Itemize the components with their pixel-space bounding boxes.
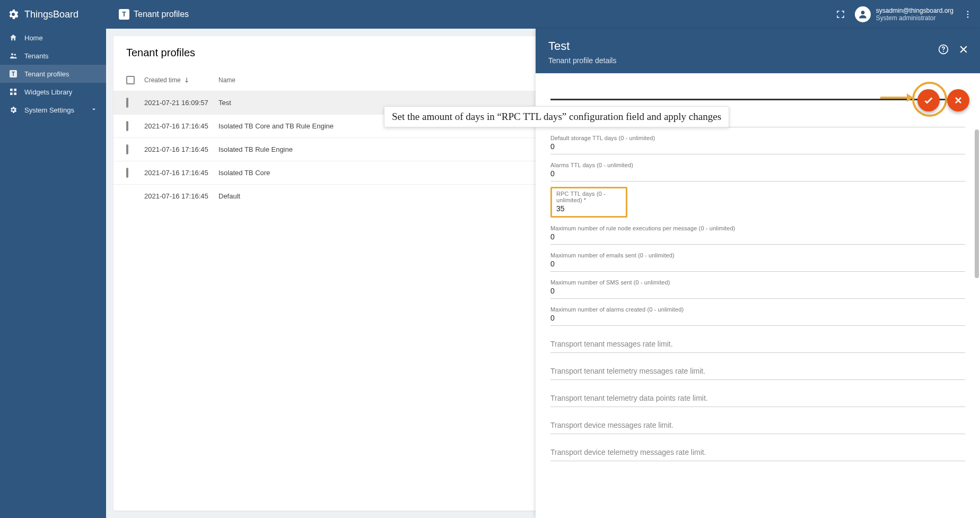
- sidebar-item-label: Tenant profiles: [24, 70, 69, 78]
- details-title: Test: [548, 39, 967, 53]
- table-header: Created time Name: [113, 70, 536, 91]
- sidebar-item-tenants[interactable]: Tenants: [0, 47, 106, 65]
- sidebar-item-label: Widgets Library: [24, 88, 72, 96]
- svg-point-2: [967, 14, 969, 15]
- row-checkbox[interactable]: [126, 121, 128, 131]
- svg-rect-8: [10, 92, 13, 95]
- avatar-icon: [855, 6, 871, 22]
- table-row[interactable]: 2021-07-16 17:16:45Isolated TB Core and …: [113, 114, 536, 137]
- page-title-icon: T: [119, 9, 129, 20]
- user-role: System administrator: [876, 14, 953, 22]
- details-panel: Test Tenant profile details Maximum numb…: [536, 29, 980, 518]
- config-field: Maximum number of rule node executions p…: [550, 225, 965, 245]
- field-input[interactable]: [550, 168, 965, 179]
- svg-point-0: [861, 11, 864, 14]
- table-row[interactable]: 2021-07-16 17:16:45Isolated TB Rule Engi…: [113, 137, 536, 161]
- logo[interactable]: ThingsBoard: [6, 7, 106, 21]
- row-name: Isolated TB Core and TB Rule Engine: [218, 122, 523, 130]
- svg-rect-9: [14, 92, 16, 95]
- row-time: 2021-07-16 17:16:45: [144, 169, 218, 177]
- widgets-icon: [8, 88, 18, 96]
- apply-fab[interactable]: [917, 89, 940, 111]
- config-field: Maximum number of alarms created (0 - un…: [550, 306, 965, 326]
- home-icon: [8, 33, 18, 42]
- table-row[interactable]: 2021-07-21 16:09:57Test: [113, 91, 536, 114]
- config-field: Maximum number of SMS sent (0 - unlimite…: [550, 279, 965, 299]
- row-name: Isolated TB Rule Engine: [218, 145, 523, 153]
- table-row[interactable]: 2021-07-16 17:16:45Isolated TB Core: [113, 161, 536, 184]
- field-input[interactable]: [550, 313, 965, 323]
- config-field: Maximum number of data points storage da…: [550, 108, 965, 127]
- field-label: Maximum number of alarms created (0 - un…: [550, 306, 965, 313]
- sidebar: Home Tenants T Tenant profiles Widgets L…: [0, 29, 106, 518]
- topbar-actions: sysadmin@thingsboard.org System administ…: [835, 6, 974, 22]
- svg-point-3: [967, 16, 969, 18]
- row-checkbox[interactable]: [126, 144, 128, 154]
- field-label: Maximum number of emails sent (0 - unlim…: [550, 252, 965, 258]
- sidebar-item-widgets[interactable]: Widgets Library: [0, 83, 106, 101]
- page-title-text: Tenant profiles: [134, 10, 189, 19]
- sidebar-item-tenant-profiles[interactable]: T Tenant profiles: [0, 65, 106, 83]
- details-subtitle: Tenant profile details: [548, 56, 967, 65]
- close-icon[interactable]: [958, 44, 969, 55]
- rate-limit-field[interactable]: Transport tenant telemetry data points r…: [550, 394, 965, 407]
- cancel-fab[interactable]: [947, 89, 969, 111]
- user-menu[interactable]: sysadmin@thingsboard.org System administ…: [855, 6, 953, 22]
- field-label: Maximum number of rule node executions p…: [550, 225, 965, 231]
- row-time: 2021-07-21 16:09:57: [144, 99, 218, 107]
- details-header: Test Tenant profile details: [536, 29, 980, 73]
- page-title: T Tenant profiles: [106, 9, 189, 20]
- rate-limit-field[interactable]: Transport device messages rate limit.: [550, 421, 965, 434]
- sidebar-item-label: System Settings: [24, 106, 74, 114]
- settings-icon: [8, 106, 18, 114]
- row-checkbox[interactable]: [126, 98, 128, 108]
- field-input[interactable]: [550, 114, 965, 125]
- logo-icon: [6, 7, 20, 21]
- list-title: Tenant profiles: [113, 36, 536, 70]
- field-input[interactable]: [550, 231, 965, 242]
- svg-point-11: [943, 51, 944, 52]
- svg-point-4: [11, 53, 13, 55]
- select-all-checkbox[interactable]: [126, 76, 135, 84]
- rpc-ttl-field: RPC TTL days (0 - unlimited) *: [550, 187, 627, 218]
- sort-desc-icon: [183, 76, 190, 84]
- rate-limit-field[interactable]: Transport device telemetry messages rate…: [550, 448, 965, 461]
- row-name: Isolated TB Core: [218, 169, 523, 177]
- row-time: 2021-07-16 17:16:45: [144, 192, 218, 200]
- svg-point-1: [967, 11, 969, 12]
- field-input[interactable]: [556, 203, 622, 214]
- more-icon[interactable]: [962, 8, 974, 20]
- config-field: Alarms TTL days (0 - unlimited): [550, 162, 965, 182]
- row-time: 2021-07-16 17:16:45: [144, 145, 218, 153]
- column-name[interactable]: Name: [218, 76, 523, 84]
- sidebar-item-label: Tenants: [24, 52, 49, 60]
- field-input[interactable]: [550, 286, 965, 296]
- row-checkbox[interactable]: [126, 168, 128, 178]
- details-body: Maximum number of data points storage da…: [536, 73, 980, 518]
- row-name: Default: [218, 192, 523, 200]
- chevron-down-icon: [90, 106, 98, 115]
- rate-limit-field[interactable]: Transport tenant telemetry messages rate…: [550, 367, 965, 380]
- fullscreen-icon[interactable]: [835, 8, 846, 20]
- svg-rect-6: [10, 89, 13, 91]
- help-icon[interactable]: [938, 44, 949, 55]
- scrollbar[interactable]: [974, 98, 979, 516]
- sidebar-item-settings[interactable]: System Settings: [0, 101, 106, 119]
- topbar: ThingsBoard T Tenant profiles sysadmin@t…: [0, 0, 980, 29]
- column-created[interactable]: Created time: [144, 76, 218, 84]
- field-label: RPC TTL days (0 - unlimited) *: [556, 191, 622, 203]
- user-email: sysadmin@thingsboard.org: [876, 7, 953, 14]
- sidebar-item-home[interactable]: Home: [0, 29, 106, 47]
- tenants-icon: [8, 51, 18, 60]
- field-label: Alarms TTL days (0 - unlimited): [550, 162, 965, 168]
- field-input[interactable]: [550, 141, 965, 152]
- field-input[interactable]: [550, 258, 965, 269]
- rate-limit-field[interactable]: Transport tenant messages rate limit.: [550, 340, 965, 353]
- fab-row: [917, 89, 969, 111]
- field-label: Maximum number of data points storage da…: [550, 108, 965, 114]
- main: Tenant profiles Created time Name 2021-0…: [106, 29, 980, 518]
- table-row[interactable]: 2021-07-16 17:16:45Default: [113, 184, 536, 208]
- row-time: 2021-07-16 17:16:45: [144, 122, 218, 130]
- field-label: Maximum number of SMS sent (0 - unlimite…: [550, 279, 965, 286]
- row-name: Test: [218, 99, 523, 107]
